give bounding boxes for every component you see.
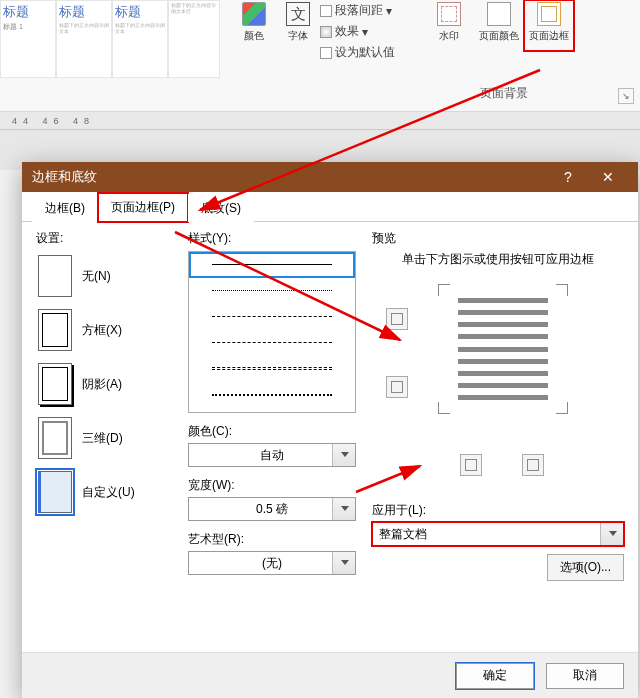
setting-thumb [38,363,72,405]
style-card[interactable]: 标题 标题 1 [0,0,56,78]
line-spacing-button[interactable]: 段落间距 ▾ [320,2,395,19]
ok-button[interactable]: 确定 [456,663,534,689]
page-border-icon [537,2,561,26]
setting-none[interactable]: 无(N) [36,253,174,299]
colors-label: 颜色 [244,29,264,43]
left-edge-button[interactable] [460,454,482,476]
chevron-down-icon [341,506,349,511]
page-background-group: 水印 页面颜色 页面边框 [424,0,574,51]
watermark-button[interactable]: 水印 [424,0,474,51]
style-label: 样式(Y): [188,230,356,247]
page-preview[interactable] [438,284,568,414]
color-select[interactable]: 自动 [188,443,356,467]
width-select[interactable]: 0.5 磅 [188,497,356,521]
art-value: (无) [262,555,282,572]
style-option[interactable] [189,304,355,330]
dialog-footer: 确定 取消 [22,652,638,698]
setting-thumb [38,471,72,513]
corner-icon [438,284,450,296]
apply-value: 整篇文档 [379,526,427,543]
art-label: 艺术型(R): [188,531,356,548]
edge-icon [391,381,403,393]
style-card[interactable]: 标题 标题下的正文内容示例文本 [56,0,112,78]
watermark-label: 水印 [439,29,459,43]
dialog-body: 设置: 无(N) 方框(X) 阴影(A) 三维(D) 自定义(U) 样式(Y):… [22,222,638,652]
page-color-label: 页面颜色 [479,29,519,43]
apply-label: 应用于(L): [372,502,624,519]
apply-select[interactable]: 整篇文档 [372,522,624,546]
close-button[interactable]: ✕ [588,162,628,192]
chevron-down-icon [341,560,349,565]
page-color-button[interactable]: 页面颜色 [474,0,524,51]
colors-button[interactable]: 颜色 [234,0,274,45]
set-default-label: 设为默认值 [335,44,395,61]
effects-icon [320,26,332,38]
setting-shadow-label: 阴影(A) [82,376,122,393]
setting-list: 无(N) 方框(X) 阴影(A) 三维(D) 自定义(U) [36,253,174,515]
preview-label: 预览 [372,230,624,247]
watermark-icon [437,2,461,26]
art-select[interactable]: (无) [188,551,356,575]
options-button[interactable]: 选项(O)... [547,554,624,581]
tab-page-border[interactable]: 页面边框(P) [98,193,188,222]
style-heading: 标题 [3,3,53,21]
help-icon: ? [564,169,572,185]
setting-3d-label: 三维(D) [82,430,123,447]
tab-shading[interactable]: 底纹(S) [188,194,254,222]
width-value: 0.5 磅 [256,501,288,518]
color-field: 颜色(C): 自动 [188,423,356,467]
width-label: 宽度(W): [188,477,356,494]
dialog-tabs: 边框(B) 页面边框(P) 底纹(S) [22,192,638,222]
style-option[interactable] [189,382,355,408]
font-icon: 文 [286,2,310,26]
dialog-titlebar: 边框和底纹 ? ✕ [22,162,638,192]
style-gallery[interactable]: 标题 标题 1 标题 标题下的正文内容示例文本 标题 标题下的正文内容示例文本 … [0,0,225,80]
edge-icon [527,459,539,471]
chevron-down-icon [609,531,617,536]
dialog-launcher-icon[interactable]: ↘ [618,88,634,104]
style-column: 样式(Y): 颜色(C): 自动 宽度(W): 0.5 磅 艺术型(R): (无… [188,230,356,575]
corner-icon [556,284,568,296]
setting-box[interactable]: 方框(X) [36,307,174,353]
style-sub: 标题下的正文内容示例文本 [59,23,109,34]
style-heading: 标题 [59,3,109,21]
page-color-icon [487,2,511,26]
style-option[interactable] [189,356,355,382]
effects-label: 效果 [335,23,359,40]
line-spacing-label: 段落间距 [335,2,383,19]
style-listbox[interactable] [188,251,356,413]
setting-custom[interactable]: 自定义(U) [36,469,174,515]
help-button[interactable]: ? [548,162,588,192]
chevron-down-icon [341,452,349,457]
corner-icon [438,402,450,414]
setting-shadow[interactable]: 阴影(A) [36,361,174,407]
borders-shading-dialog: 边框和底纹 ? ✕ 边框(B) 页面边框(P) 底纹(S) 设置: 无(N) 方… [22,162,638,698]
style-heading: 标题 [115,3,165,21]
setting-thumb [38,417,72,459]
page-border-button[interactable]: 页面边框 [524,0,574,51]
style-card[interactable]: 标题 标题下的正文内容示例文本 [112,0,168,78]
setting-box-label: 方框(X) [82,322,122,339]
cancel-button[interactable]: 取消 [546,663,624,689]
tab-border[interactable]: 边框(B) [32,194,98,222]
top-edge-button[interactable] [386,308,408,330]
dialog-title: 边框和底纹 [32,168,97,186]
right-edge-button[interactable] [522,454,544,476]
style-option[interactable] [189,330,355,356]
set-default-button[interactable]: 设为默认值 [320,44,395,61]
fonts-label: 字体 [288,29,308,43]
style-sub: 标题下的正文内容示例文本 [115,23,165,34]
bottom-edge-button[interactable] [386,376,408,398]
setting-3d[interactable]: 三维(D) [36,415,174,461]
fonts-button[interactable]: 文 字体 [278,0,318,45]
style-option[interactable] [189,278,355,304]
edge-icon [465,459,477,471]
style-option[interactable] [189,252,355,278]
color-swatch-icon [242,2,266,26]
ribbon-font-group: 文 字体 [278,0,318,45]
art-field: 艺术型(R): (无) [188,531,356,575]
preview-column: 预览 单击下方图示或使用按钮可应用边框 应用于(L): [372,230,624,581]
style-sub: 标题 1 [3,23,53,31]
style-card[interactable]: 标题下的正文内容示例文本行 [168,0,220,78]
effects-button[interactable]: 效果 ▾ [320,23,395,40]
